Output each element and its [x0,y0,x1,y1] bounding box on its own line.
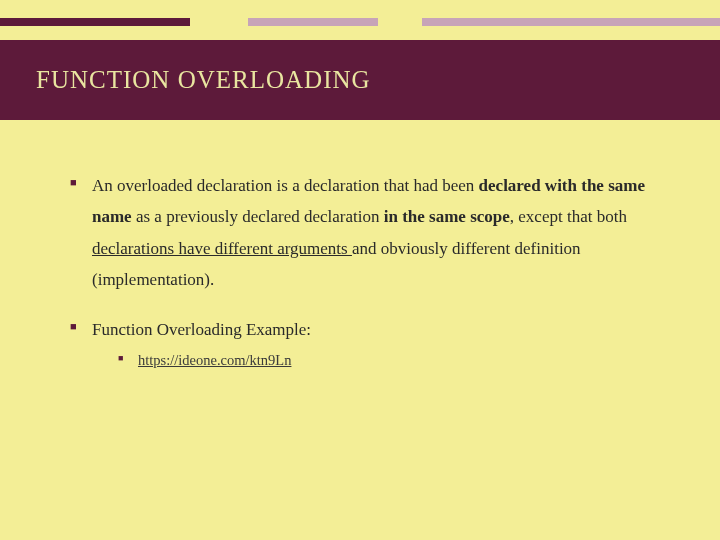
text-run: , except that both [510,207,627,226]
text-bold: in the same scope [384,207,510,226]
list-item: Function Overloading Example: https://id… [70,314,664,373]
text-run: as a previously declared declaration [132,207,384,226]
example-link[interactable]: https://ideone.com/ktn9Ln [138,352,291,368]
title-band: FUNCTION OVERLOADING [0,40,720,120]
accent-gap [378,18,422,26]
sub-list: https://ideone.com/ktn9Ln [92,349,664,372]
text-underline: declarations have different arguments [92,239,352,258]
accent-segment [422,18,720,26]
list-item: An overloaded declaration is a declarati… [70,170,664,296]
accent-bar [0,18,720,26]
bullet-list: An overloaded declaration is a declarati… [70,170,664,372]
slide-title: FUNCTION OVERLOADING [36,66,684,94]
accent-segment [248,18,378,26]
content-area: An overloaded declaration is a declarati… [0,120,720,372]
text-run: An overloaded declaration is a declarati… [92,176,479,195]
accent-gap [190,18,248,26]
text-run: Function Overloading Example: [92,320,311,339]
list-item: https://ideone.com/ktn9Ln [92,349,664,372]
accent-segment [0,18,190,26]
